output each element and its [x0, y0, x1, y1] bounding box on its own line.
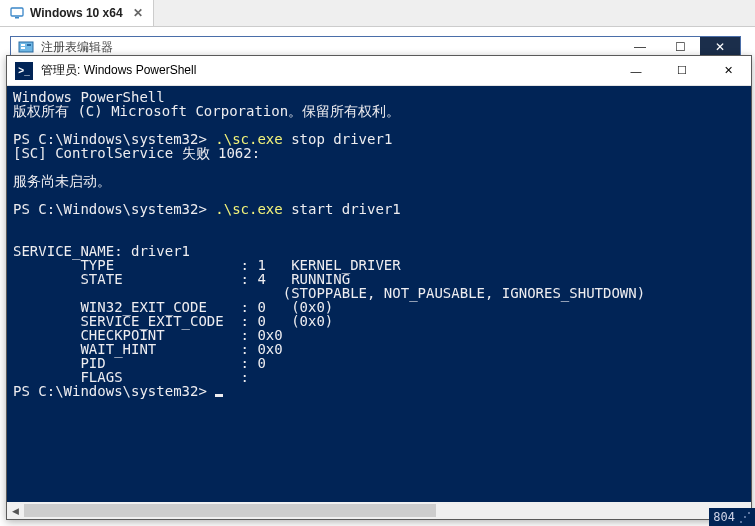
output-line: 服务尚未启动。 — [13, 173, 111, 189]
terminal-body[interactable]: Windows PowerShell 版权所有 (C) Microsoft Co… — [7, 86, 751, 519]
close-button[interactable]: ✕ — [705, 56, 751, 85]
svg-rect-1 — [15, 17, 19, 19]
status-bar: 804 ⋰ — [709, 508, 755, 526]
cursor-icon — [215, 394, 223, 397]
status-value: 804 — [713, 510, 735, 524]
svg-rect-5 — [27, 44, 31, 46]
scrollbar-thumb[interactable] — [24, 504, 436, 517]
powershell-titlebar[interactable]: >_ 管理员: Windows PowerShell — ☐ ✕ — [7, 56, 751, 86]
banner-line: 版权所有 (C) Microsoft Corporation。保留所有权利。 — [13, 103, 400, 119]
close-button[interactable]: ✕ — [700, 37, 740, 57]
maximize-button[interactable]: ☐ — [660, 37, 700, 57]
vm-tab-bar: Windows 10 x64 ✕ — [0, 0, 755, 27]
close-icon[interactable]: ✕ — [133, 6, 143, 20]
command-args: stop driver1 — [283, 131, 393, 147]
terminal-output: Windows PowerShell 版权所有 (C) Microsoft Co… — [7, 86, 751, 402]
scroll-left-icon[interactable]: ◀ — [7, 502, 24, 519]
minimize-button[interactable]: — — [613, 56, 659, 85]
scrollbar-track[interactable] — [24, 502, 734, 519]
window-title: 管理员: Windows PowerShell — [41, 62, 196, 79]
command-exe: .\sc.exe — [215, 201, 282, 217]
output-line: [SC] ControlService 失败 1062: — [13, 145, 260, 161]
horizontal-scrollbar[interactable]: ◀ ▶ — [7, 502, 751, 519]
svg-rect-0 — [11, 8, 23, 16]
regedit-title: 注册表编辑器 — [41, 39, 113, 56]
vm-tab-label: Windows 10 x64 — [30, 6, 123, 20]
powershell-window: >_ 管理员: Windows PowerShell — ☐ ✕ Windows… — [6, 55, 752, 520]
vm-tab-windows10[interactable]: Windows 10 x64 ✕ — [0, 0, 154, 26]
prompt: PS C:\Windows\system32> — [13, 201, 215, 217]
resize-grip-icon[interactable]: ⋰ — [739, 510, 749, 524]
minimize-button[interactable]: — — [620, 37, 660, 57]
monitor-icon — [10, 6, 24, 20]
maximize-button[interactable]: ☐ — [659, 56, 705, 85]
svg-rect-4 — [21, 47, 25, 49]
powershell-icon: >_ — [15, 62, 33, 80]
svg-rect-3 — [21, 44, 25, 46]
command-args: start driver1 — [283, 201, 401, 217]
prompt: PS C:\Windows\system32> — [13, 383, 215, 399]
registry-icon — [17, 38, 35, 56]
